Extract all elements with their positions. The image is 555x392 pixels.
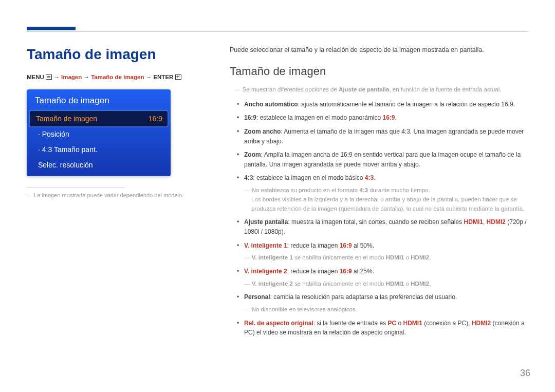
- opt-highlight: HDMI1: [403, 320, 422, 327]
- opt-desc: .: [395, 114, 397, 121]
- opt-personal: Personal: cambia la resolución para adap…: [237, 292, 528, 314]
- osd-menu-card: Tamaño de imagen Tamaño de imagen 16:9 P…: [27, 89, 171, 176]
- right-column: Puede seleccionar el tamaño y la relació…: [230, 46, 528, 371]
- subnote-text: .: [429, 254, 431, 260]
- osd-item-tamano-de-imagen[interactable]: Tamaño de imagen 16:9: [30, 111, 168, 126]
- osd-item-label: 4:3 Tamaño pant.: [38, 145, 98, 154]
- intro-text: Puede seleccionar el tamaño y la relació…: [230, 46, 528, 53]
- subnote-text: se habilita únicamente en el modo: [293, 281, 386, 287]
- opt-highlight: HDMI2: [487, 218, 506, 226]
- opt-term: 4:3: [244, 174, 253, 181]
- opt-highlight: HDMI1: [464, 218, 483, 226]
- breadcrumb-enter-label: ENTER: [153, 74, 173, 80]
- subnote-bold: HDMI2: [411, 281, 429, 287]
- opt-desc: : Aumenta el tamaño de la imagen más que…: [244, 128, 524, 145]
- opt-v-inteligente-2: V. inteligente 2: reduce la imagen 16:9 …: [237, 267, 528, 288]
- osd-item-value: 16:9: [149, 115, 162, 123]
- footnote-divider: [27, 188, 124, 188]
- subnote-bold: V. inteligente 2: [252, 281, 293, 287]
- opt-term: V. inteligente 2: [244, 268, 287, 275]
- pre-list-note: Se muestran diferentes opciones de Ajust…: [235, 85, 528, 95]
- opt-highlight: 16:9: [383, 114, 395, 121]
- breadcrumb-part-tamano: Tamaño de imagen: [91, 74, 144, 80]
- opt-term: Personal: [244, 293, 270, 301]
- breadcrumb-arrow: →: [83, 74, 89, 80]
- opt-desc: (conexión a PC),: [422, 320, 472, 327]
- osd-menu-title: Tamaño de imagen: [27, 89, 171, 111]
- opt-v2-subnote: V. inteligente 2 se habilita únicamente …: [244, 279, 528, 289]
- header-accent-bar: [27, 27, 76, 30]
- subnote-bold: HDMI1: [386, 254, 404, 260]
- header-rule: [27, 27, 528, 34]
- breadcrumb-menu-label: MENU: [27, 74, 44, 80]
- note-bold: Ajuste de pantalla: [339, 86, 389, 92]
- osd-item-label: Tamaño de imagen: [36, 115, 97, 123]
- opt-highlight: 4:3: [365, 174, 374, 181]
- opt-4-3: 4:3: establece la imagen en el modo bási…: [237, 173, 528, 213]
- opt-desc: : si la fuente de entrada es: [313, 320, 388, 327]
- model-disclaimer: La imagen mostrada puede variar dependie…: [27, 192, 204, 198]
- page-number: 36: [520, 368, 530, 379]
- note-text: Se muestran diferentes opciones de: [243, 86, 339, 92]
- opt-desc: al 25%.: [352, 268, 374, 275]
- osd-item-selec-resolucion[interactable]: Selec. resolución: [27, 157, 171, 176]
- opt-v-inteligente-1: V. inteligente 1: reduce la imagen 16:9 …: [237, 241, 528, 263]
- subnote-text: Los bordes visibles a la izquierda y a l…: [251, 195, 528, 214]
- breadcrumb-part-imagen: Imagen: [61, 74, 82, 80]
- opt-4-3-warning: No establezca su producto en el formato …: [244, 186, 528, 213]
- osd-item-posicion[interactable]: Posición: [27, 126, 171, 142]
- opt-desc: : ajusta automáticamente el tamaño de la…: [298, 101, 515, 108]
- opt-rel-aspecto-original: Rel. de aspecto original: si la fuente d…: [237, 319, 528, 338]
- page-title: Tamaño de imagen: [27, 46, 204, 63]
- opt-16-9: 16:9: establece la imagen en el modo pan…: [237, 113, 528, 123]
- opt-desc: ,: [483, 218, 487, 226]
- opt-term: Ajuste pantalla: [244, 218, 288, 226]
- left-column: Tamaño de imagen MENU → Imagen → Tamaño …: [27, 46, 204, 371]
- opt-ajuste-pantalla: Ajuste pantalla: muestra la imagen total…: [237, 217, 528, 236]
- opt-ancho-automatico: Ancho automático: ajusta automáticamente…: [237, 100, 528, 109]
- opt-desc: : establece la imagen en el modo básico: [253, 174, 364, 181]
- opt-desc: : cambia la resolución para adaptarse a …: [270, 293, 457, 301]
- osd-item-label: Posición: [38, 130, 69, 138]
- section-heading: Tamaño de imagen: [230, 65, 528, 78]
- subnote-bold: 4:3: [359, 187, 368, 193]
- osd-item-4-3-tamano-pant[interactable]: 4:3 Tamaño pant.: [27, 142, 171, 157]
- osd-item-label: Selec. resolución: [38, 161, 93, 169]
- breadcrumb: MENU → Imagen → Tamaño de imagen → ENTER: [27, 74, 204, 80]
- opt-v1-subnote: V. inteligente 1 se habilita únicamente …: [244, 253, 528, 263]
- opt-highlight: PC: [387, 320, 396, 327]
- opt-term: Ancho automático: [244, 101, 298, 108]
- opt-desc: : muestra la imagen total, sin cortes, c…: [288, 218, 464, 226]
- opt-personal-subnote: No disponible en televisores analógicos.: [244, 305, 528, 314]
- opt-zoom: Zoom: Amplía la imagen ancha de 16:9 en …: [237, 150, 528, 169]
- opt-term: V. inteligente 1: [244, 242, 287, 249]
- subnote-text: No establezca su producto en el formato: [252, 187, 360, 193]
- subnote-text: durante mucho tiempo.: [368, 187, 430, 193]
- page-body: Tamaño de imagen MENU → Imagen → Tamaño …: [27, 46, 528, 371]
- note-text: , en función de la fuente de entrada act…: [389, 86, 501, 92]
- subnote-bold: V. inteligente 1: [252, 254, 293, 260]
- breadcrumb-arrow: →: [53, 74, 60, 80]
- subnote-bold: HDMI1: [386, 281, 404, 287]
- opt-highlight: 16:9: [340, 242, 352, 249]
- subnote-text: se habilita únicamente en el modo: [293, 254, 386, 260]
- opt-highlight: 16:9: [340, 268, 352, 275]
- opt-desc: : establece la imagen en el modo panorám…: [256, 114, 382, 121]
- enter-icon: [175, 74, 181, 80]
- breadcrumb-arrow: →: [146, 74, 152, 80]
- opt-desc: o: [396, 320, 403, 327]
- subnote-text: .: [429, 281, 431, 287]
- subnote-text: o: [404, 281, 411, 287]
- opt-term: Zoom ancho: [244, 128, 281, 135]
- opt-desc: : reduce la imagen: [287, 268, 340, 275]
- subnote-text: o: [404, 254, 411, 260]
- opt-highlight: HDMI2: [472, 320, 491, 327]
- opt-desc: .: [374, 174, 375, 181]
- opt-term: Rel. de aspecto original: [244, 320, 313, 327]
- opt-zoom-ancho: Zoom ancho: Aumenta el tamaño de la imag…: [237, 127, 528, 146]
- opt-desc: : reduce la imagen: [287, 242, 340, 249]
- subnote-bold: HDMI2: [411, 254, 429, 260]
- opt-term: 16:9: [244, 114, 256, 121]
- opt-desc: : Amplía la imagen ancha de 16:9 en sent…: [244, 151, 521, 168]
- opt-term: Zoom: [244, 151, 261, 158]
